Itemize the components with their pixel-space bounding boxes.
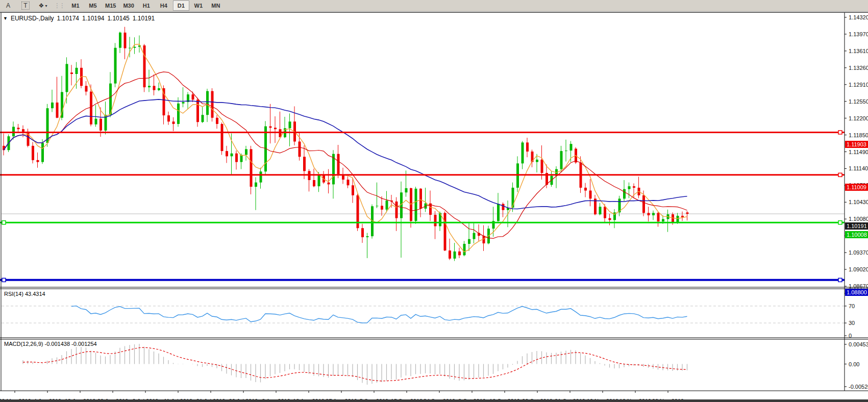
candle-bear (609, 218, 611, 220)
rsi-tick-label: 70 (849, 303, 855, 309)
main-toolbar: A T ❖ ▾ ⋮⋮ M1 M5 M15 M30 H1 H4 D1 W1 MN (0, 0, 868, 12)
macd-signal-line (23, 347, 687, 381)
candle-bear (642, 195, 645, 213)
timeframe-h1-button[interactable]: H1 (138, 1, 155, 11)
candle-bear (167, 115, 170, 121)
candle-bull (570, 144, 573, 150)
candle-bull (405, 188, 408, 192)
candle-bear (226, 151, 228, 156)
candle-bear (299, 141, 301, 157)
candle-bear (444, 213, 447, 250)
candle-bull (158, 88, 160, 90)
candle-bull (177, 104, 180, 124)
ohlc-open: 1.10174 (57, 15, 79, 22)
candle-bull (560, 151, 563, 169)
candle-bear (395, 202, 398, 218)
candle-bear (192, 94, 194, 99)
cursor-mode-button[interactable]: A (0, 1, 16, 11)
rsi-tick-label: 30 (849, 320, 855, 326)
ohlc-close: 1.10191 (133, 15, 155, 22)
timeframe-m30-button[interactable]: M30 (120, 1, 137, 11)
hline-price-tag: 1.11009 (845, 184, 868, 191)
candle-bear (352, 185, 354, 195)
window-bottom-edge (0, 399, 868, 402)
mt4-window: A T ❖ ▾ ⋮⋮ M1 M5 M15 M30 H1 H4 D1 W1 MN … (0, 0, 868, 402)
candle-bull (289, 121, 291, 128)
symbol-header[interactable]: ▼ EURUSD-,Daily 1.10174 1.10194 1.10145 … (3, 15, 155, 22)
price-tick-label: 1.13260 (849, 65, 868, 71)
timeframe-w1-button[interactable]: W1 (190, 1, 207, 11)
candle-bull (318, 175, 320, 186)
candle-bear (410, 188, 412, 221)
candle-bull (415, 189, 417, 221)
candle-bear (32, 146, 34, 160)
price-tick-label: 1.14320 (849, 14, 868, 20)
macd-histogram (23, 344, 687, 385)
candle-bear (526, 142, 529, 152)
chart-canvas[interactable]: 1.143201.139701.136101.132601.129101.125… (0, 13, 868, 402)
line-end-marker[interactable] (838, 131, 842, 134)
price-tick-label: 1.12550 (849, 98, 868, 105)
rsi-line (71, 306, 687, 323)
candle-bull (662, 219, 664, 221)
current-price-tag: 1.10191 (845, 222, 868, 230)
macd-tick-label: -0.005205 (849, 384, 868, 390)
timeframe-h4-button[interactable]: H4 (156, 1, 172, 11)
timeframe-m1-button[interactable]: M1 (67, 1, 84, 11)
candle-bull (245, 149, 247, 155)
crosshair-tool-button[interactable]: ❖ ▾ (35, 1, 51, 11)
line-end-marker[interactable] (2, 221, 6, 224)
timeframe-m15-button[interactable]: M15 (102, 1, 119, 11)
line-end-marker[interactable] (838, 221, 842, 224)
line-end-marker[interactable] (838, 278, 842, 282)
arrow-tool-icon: A (6, 2, 10, 9)
candle-bear (584, 188, 587, 191)
timeframe-d1-button[interactable]: D1 (173, 1, 189, 11)
candle-bear (449, 250, 451, 259)
candle-bear (657, 213, 660, 221)
candle-bear (85, 86, 88, 91)
candle-bear (100, 119, 102, 131)
price-tick-label: 1.11490 (849, 149, 868, 155)
candle-bull (206, 91, 209, 115)
candle-bull (536, 160, 538, 162)
timeframe-mn-button[interactable]: MN (208, 1, 224, 11)
candle-bull (565, 150, 567, 151)
timeframe-m5-button[interactable]: M5 (85, 1, 101, 11)
candle-bull (628, 186, 631, 189)
candle-bull (522, 142, 524, 163)
candle-bull (473, 233, 476, 239)
candle-bear (681, 216, 684, 217)
symbol-collapse-icon[interactable]: ▼ (3, 16, 8, 21)
candle-bull (652, 213, 655, 215)
candle-bull (400, 192, 403, 218)
candle-bull (386, 200, 388, 210)
candle-bear (143, 45, 146, 87)
candle-bull (51, 103, 54, 108)
text-tool-button[interactable]: T (17, 1, 34, 11)
candle-bull (129, 48, 131, 48)
candle-bear (303, 157, 306, 171)
price-tick-label: 1.13970 (849, 31, 868, 37)
line-end-marker[interactable] (838, 173, 842, 177)
chevron-down-icon: ▾ (45, 4, 47, 8)
candle-bear (37, 160, 39, 162)
candle-bull (148, 86, 151, 87)
hline-price-tag: 1.11903 (845, 141, 868, 148)
candle-bear (347, 180, 350, 185)
line-end-marker[interactable] (2, 278, 6, 282)
moving-average-5 (4, 44, 687, 252)
candle-bear (56, 103, 59, 118)
candle-bull (182, 102, 185, 104)
candle-bear (337, 154, 340, 175)
hline-price-tag: 1.10008 (845, 231, 868, 238)
candle-bear (274, 128, 277, 129)
candle-bull (114, 48, 117, 84)
candle-bear (328, 183, 330, 185)
candle-bear (196, 99, 199, 122)
candle-bull (231, 154, 233, 157)
candle-bull (599, 207, 602, 214)
candle-bear (589, 191, 592, 199)
candle-bull (454, 252, 456, 259)
candle-bull (260, 171, 262, 182)
